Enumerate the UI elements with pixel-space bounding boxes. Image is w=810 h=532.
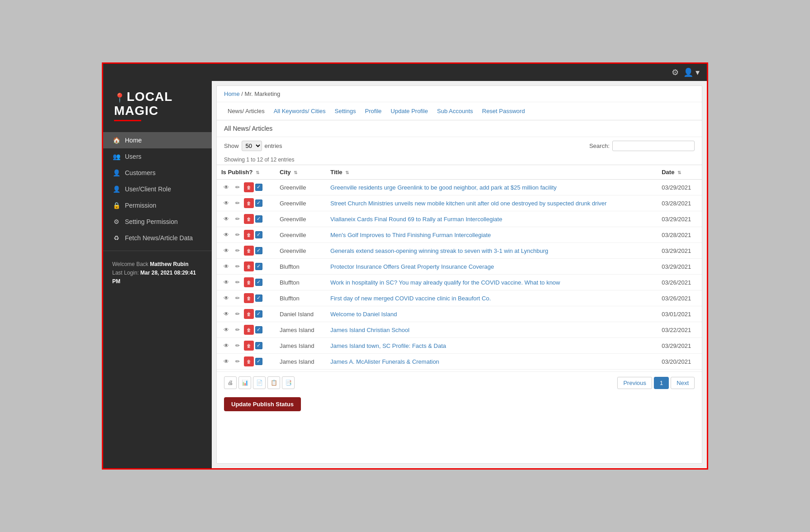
article-title-link[interactable]: Greenville residents urge Greenlink to b… (330, 184, 557, 191)
delete-btn[interactable]: 🗑 (244, 325, 254, 335)
delete-btn[interactable]: 🗑 (244, 198, 254, 208)
next-btn[interactable]: Next (671, 377, 695, 389)
article-title-link[interactable]: Welcome to Daniel Island (330, 311, 397, 318)
delete-btn[interactable]: 🗑 (244, 341, 254, 351)
date-cell: 03/29/2021 (657, 259, 702, 275)
print-btn[interactable]: 🖨 (224, 376, 237, 389)
delete-btn[interactable]: 🗑 (244, 230, 254, 240)
tab-keywords[interactable]: All Keywords/ Cities (270, 106, 329, 116)
edit-icon[interactable]: ✏ (233, 214, 243, 224)
delete-btn[interactable]: 🗑 (244, 214, 254, 224)
edit-icon[interactable]: ✏ (233, 341, 243, 351)
tab-update-profile[interactable]: Update Profile (387, 106, 431, 116)
article-title-link[interactable]: Street Church Ministries unveils new mob… (330, 200, 607, 207)
edit-icon[interactable]: ✏ (233, 277, 243, 287)
col-date[interactable]: Date ⇅ (657, 165, 702, 180)
article-title-link[interactable]: James Island Christian School (330, 327, 410, 333)
sidebar-item-user-client-role[interactable]: 👤 User/Client Role (103, 181, 212, 197)
article-title-link[interactable]: First day of new merged COVID vaccine cl… (330, 295, 491, 302)
search-input[interactable] (612, 141, 695, 151)
delete-btn[interactable]: 🗑 (244, 277, 254, 287)
view-icon[interactable]: 👁 (221, 261, 231, 271)
top-bar: ⚙ 👤 ▾ (103, 64, 707, 81)
delete-btn[interactable]: 🗑 (244, 261, 254, 271)
csv-btn[interactable]: 📄 (253, 376, 266, 389)
tab-news[interactable]: News/ Articles (224, 106, 268, 116)
prev-btn[interactable]: Previous (617, 377, 652, 389)
publish-checkbox[interactable] (255, 358, 262, 365)
delete-btn[interactable]: 🗑 (244, 293, 254, 303)
view-icon[interactable]: 👁 (221, 214, 231, 224)
view-icon[interactable]: 👁 (221, 293, 231, 303)
view-icon[interactable]: 👁 (221, 198, 231, 208)
breadcrumb-home[interactable]: Home (224, 90, 240, 97)
edit-icon[interactable]: ✏ (233, 246, 243, 256)
publish-checkbox[interactable] (255, 342, 262, 349)
article-title-link[interactable]: Work in hospitality in SC? You may alrea… (330, 279, 560, 286)
publish-checkbox[interactable] (255, 215, 262, 223)
view-icon[interactable]: 👁 (221, 309, 231, 319)
page-1-btn[interactable]: 1 (654, 377, 669, 389)
sidebar-item-users[interactable]: 👥 Users (103, 148, 212, 165)
sidebar-item-permission[interactable]: 🔒 Permission (103, 197, 212, 214)
col-city[interactable]: City ⇅ (275, 165, 326, 180)
pdf-btn[interactable]: 📑 (282, 376, 295, 389)
entries-label: entries (265, 142, 282, 149)
article-title-link[interactable]: James A. McAlister Funerals & Cremation (330, 358, 439, 365)
excel-btn[interactable]: 📊 (238, 376, 251, 389)
delete-btn[interactable]: 🗑 (244, 309, 254, 319)
tab-sub-accounts[interactable]: Sub Accounts (434, 106, 477, 116)
edit-icon[interactable]: ✏ (233, 356, 243, 366)
sidebar-item-customers[interactable]: 👤 Customers (103, 165, 212, 181)
last-login-label: Last Login: (112, 270, 139, 276)
article-title-link[interactable]: Protector Insurance Offers Great Propert… (330, 263, 494, 270)
logo-line1: LOCAL (127, 90, 172, 104)
publish-checkbox[interactable] (255, 184, 262, 191)
view-icon[interactable]: 👁 (221, 356, 231, 366)
sidebar-item-fetch-news[interactable]: ♻ Fetch News/Article Data (103, 230, 212, 246)
article-title-link[interactable]: Viallaneix Cards Final Round 69 to Rally… (330, 216, 502, 223)
col-publish[interactable]: Is Publish? ⇅ (217, 165, 275, 180)
sidebar-item-setting-permission[interactable]: ⚙ Setting Permission (103, 214, 212, 230)
article-title-link[interactable]: Generals extend season-opening winning s… (330, 247, 548, 254)
title-cell: Work in hospitality in SC? You may alrea… (326, 275, 657, 290)
publish-checkbox[interactable] (255, 279, 262, 286)
publish-checkbox[interactable] (255, 231, 262, 238)
view-icon[interactable]: 👁 (221, 277, 231, 287)
view-icon[interactable]: 👁 (221, 182, 231, 192)
publish-cell: 👁 ✏ 🗑 (217, 195, 275, 211)
delete-btn[interactable]: 🗑 (244, 356, 254, 366)
view-icon[interactable]: 👁 (221, 341, 231, 351)
sidebar-item-home[interactable]: 🏠 Home (103, 132, 212, 148)
publish-checkbox[interactable] (255, 263, 262, 270)
edit-icon[interactable]: ✏ (233, 309, 243, 319)
publish-checkbox[interactable] (255, 294, 262, 302)
publish-checkbox[interactable] (255, 200, 262, 207)
edit-icon[interactable]: ✏ (233, 230, 243, 240)
tab-settings[interactable]: Settings (331, 106, 360, 116)
tab-profile[interactable]: Profile (362, 106, 386, 116)
edit-icon[interactable]: ✏ (233, 198, 243, 208)
edit-icon[interactable]: ✏ (233, 182, 243, 192)
view-icon[interactable]: 👁 (221, 246, 231, 256)
edit-icon[interactable]: ✏ (233, 325, 243, 335)
col-title[interactable]: Title ⇅ (326, 165, 657, 180)
publish-checkbox[interactable] (255, 247, 262, 254)
edit-icon[interactable]: ✏ (233, 261, 243, 271)
delete-btn[interactable]: 🗑 (244, 246, 254, 256)
article-title-link[interactable]: Men's Golf Improves to Third Finishing F… (330, 232, 491, 238)
publish-checkbox[interactable] (255, 326, 262, 333)
edit-icon[interactable]: ✏ (233, 293, 243, 303)
settings-icon[interactable]: ⚙ (672, 67, 679, 77)
tab-reset-password[interactable]: Reset Password (478, 106, 529, 116)
entries-select[interactable]: 50 25 10 (242, 141, 262, 151)
publish-checkbox[interactable] (255, 310, 262, 318)
article-title-link[interactable]: James Island town, SC Profile: Facts & D… (330, 342, 446, 349)
user-menu-icon[interactable]: 👤 ▾ (683, 67, 700, 77)
date-cell: 03/28/2021 (657, 227, 702, 243)
view-icon[interactable]: 👁 (221, 230, 231, 240)
view-icon[interactable]: 👁 (221, 325, 231, 335)
delete-btn[interactable]: 🗑 (244, 182, 254, 192)
update-publish-btn[interactable]: Update Publish Status (224, 397, 301, 411)
copy-btn[interactable]: 📋 (267, 376, 280, 389)
